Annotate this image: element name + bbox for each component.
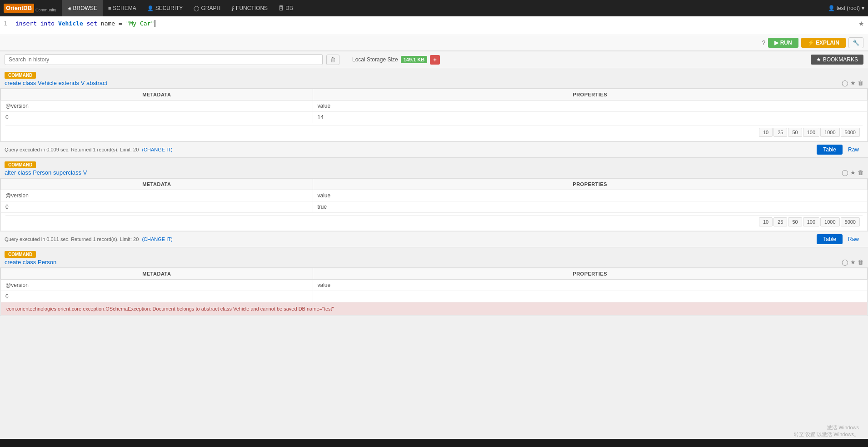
properties-header-2: PROPERTIES <box>313 179 867 190</box>
toolbar-right: ▶ RUN ⚡ EXPLAIN 🔧 <box>768 37 863 48</box>
cell-properties-1-1: 14 <box>313 112 867 123</box>
command-label-2: COMMAND <box>5 161 36 168</box>
circle-icon[interactable]: ◯ <box>842 80 848 86</box>
page-btn-1000[interactable]: 1000 <box>820 217 839 226</box>
clear-storage-button[interactable]: + <box>430 55 440 65</box>
logo-sub: Community <box>35 8 56 12</box>
nav-item-graph[interactable]: ◯ GRAPH <box>188 0 226 16</box>
circle-icon[interactable]: ◯ <box>842 259 848 266</box>
page-btn-50[interactable]: 50 <box>788 217 802 226</box>
cell-properties-1-0: value <box>313 100 867 112</box>
command-link-3[interactable]: create class Person <box>5 259 56 266</box>
table-row: @versionvalue <box>1 100 868 112</box>
functions-icon: ∮ <box>231 5 234 11</box>
star-icon[interactable]: ★ <box>850 80 856 86</box>
raw-view-button-1[interactable]: Raw <box>843 145 863 155</box>
storage-size-badge: 149.1 KB <box>401 56 427 63</box>
nav-item-security[interactable]: 👤 SECURITY <box>142 0 189 16</box>
page-btn-10[interactable]: 10 <box>759 128 773 137</box>
pagination-row-1: 10255010010005000 <box>1 123 868 141</box>
table-view-button-1[interactable]: Table <box>817 145 843 155</box>
change-it-link-2[interactable]: (CHANGE IT) <box>142 236 172 242</box>
command-text-1[interactable]: create class Vehicle extends V abstract◯… <box>0 79 868 88</box>
user-icon: 👤 <box>828 5 835 11</box>
explain-button[interactable]: ⚡ EXPLAIN <box>801 38 846 48</box>
table-row: 0 <box>1 291 868 302</box>
page-btn-50[interactable]: 50 <box>788 128 802 137</box>
cell-metadata-3-0: @version <box>1 280 313 291</box>
command-text-2[interactable]: alter class Person superclass V◯★🗑 <box>0 168 868 178</box>
result-table-1: METADATAPROPERTIES@versionvalue014102550… <box>0 89 868 141</box>
raw-view-button-2[interactable]: Raw <box>843 234 863 244</box>
user-menu[interactable]: 👤 test (root) ▾ <box>828 5 864 11</box>
navbar: OrientDB Community ⊞ BROWSE ≡ SCHEMA 👤 S… <box>0 0 868 16</box>
cell-metadata-3-1: 0 <box>1 291 313 302</box>
page-btn-100[interactable]: 100 <box>803 217 819 226</box>
security-icon: 👤 <box>147 5 154 11</box>
table-row: @versionvalue <box>1 280 868 291</box>
table-row: @versionvalue <box>1 190 868 201</box>
star-icon[interactable]: ★ <box>850 169 856 176</box>
nav-label-security: SECURITY <box>155 5 183 11</box>
page-btn-10[interactable]: 10 <box>759 217 773 226</box>
editor-area: 1 insert into Vehicle set name = "My Car… <box>0 16 868 51</box>
result-table-wrapper-1: METADATAPROPERTIES@versionvalue014102550… <box>0 88 868 142</box>
logo-text: OrientDB <box>6 5 32 11</box>
command-text-3[interactable]: create class Person◯★🗑 <box>0 258 868 267</box>
nav-item-functions[interactable]: ∮ FUNCTIONS <box>226 0 273 16</box>
editor-star-button[interactable]: ★ <box>858 20 864 27</box>
cell-metadata-2-0: @version <box>1 190 313 201</box>
result-table-wrapper-3: METADATAPROPERTIES@versionvalue0com.orie… <box>0 267 868 316</box>
cell-properties-2-1: true <box>313 201 867 213</box>
editor-code[interactable]: insert into Vehicle set name = "My Car" <box>15 20 155 27</box>
bookmarks-button[interactable]: ★ BOOKMARKS <box>811 55 863 65</box>
nav-item-browse[interactable]: ⊞ BROWSE <box>62 0 103 16</box>
page-btn-5000[interactable]: 5000 <box>841 128 860 137</box>
nav-label-browse: BROWSE <box>73 5 97 11</box>
cell-metadata-2-1: 0 <box>1 201 313 213</box>
schema-icon: ≡ <box>108 5 111 11</box>
clear-history-button[interactable]: 🗑 <box>326 55 339 65</box>
logo-box: OrientDB <box>4 4 34 13</box>
storage-info: Local Storage Size 149.1 KB + <box>352 55 440 65</box>
delete-icon[interactable]: 🗑 <box>858 259 863 266</box>
command-actions-2: ◯★🗑 <box>842 169 863 176</box>
star-icon[interactable]: ★ <box>850 259 856 266</box>
editor-content[interactable]: 1 insert into Vehicle set name = "My Car… <box>0 16 868 35</box>
db-icon: 🗄 <box>279 5 284 11</box>
cell-metadata-1-0: @version <box>1 100 313 112</box>
history-search-input[interactable] <box>5 54 323 65</box>
query-info-2: Query executed in 0.011 sec. Returned 1 … <box>5 236 173 242</box>
editor-toolbar: ? ▶ RUN ⚡ EXPLAIN 🔧 <box>0 35 868 51</box>
user-label: test (root) <box>837 5 860 11</box>
result-table-2: METADATAPROPERTIES@versionvalue0true1025… <box>0 178 868 231</box>
page-btn-25[interactable]: 25 <box>773 217 787 226</box>
pagination-row-2: 10255010010005000 <box>1 213 868 231</box>
nav-label-graph: GRAPH <box>201 5 220 11</box>
change-it-link-1[interactable]: (CHANGE IT) <box>142 147 172 152</box>
metadata-header-3: METADATA <box>1 268 313 280</box>
page-btn-100[interactable]: 100 <box>803 128 819 137</box>
run-button[interactable]: ▶ RUN <box>768 38 798 48</box>
help-icon[interactable]: ? <box>762 39 766 46</box>
delete-icon[interactable]: 🗑 <box>858 169 863 176</box>
history-bar: 🗑 Local Storage Size 149.1 KB + ★ BOOKMA… <box>0 51 868 68</box>
table-view-button-2[interactable]: Table <box>817 234 843 244</box>
graph-icon: ◯ <box>194 5 199 11</box>
command-link-1[interactable]: create class Vehicle extends V abstract <box>5 80 107 86</box>
page-btn-5000[interactable]: 5000 <box>841 217 860 226</box>
command-label-3: COMMAND <box>5 251 36 258</box>
query-info-1: Query executed in 0.009 sec. Returned 1 … <box>5 147 173 152</box>
nav-item-db[interactable]: 🗄 DB <box>273 0 299 16</box>
circle-icon[interactable]: ◯ <box>842 169 848 176</box>
properties-header-1: PROPERTIES <box>313 89 867 100</box>
command-link-2[interactable]: alter class Person superclass V <box>5 169 87 176</box>
nav-item-schema[interactable]: ≡ SCHEMA <box>103 0 142 16</box>
page-btn-25[interactable]: 25 <box>773 128 787 137</box>
page-btn-1000[interactable]: 1000 <box>820 128 839 137</box>
status-bar <box>0 439 868 447</box>
settings-button[interactable]: 🔧 <box>848 37 863 48</box>
cell-metadata-1-1: 0 <box>1 112 313 123</box>
delete-icon[interactable]: 🗑 <box>858 80 863 86</box>
results-container: COMMANDcreate class Vehicle extends V ab… <box>0 68 868 447</box>
